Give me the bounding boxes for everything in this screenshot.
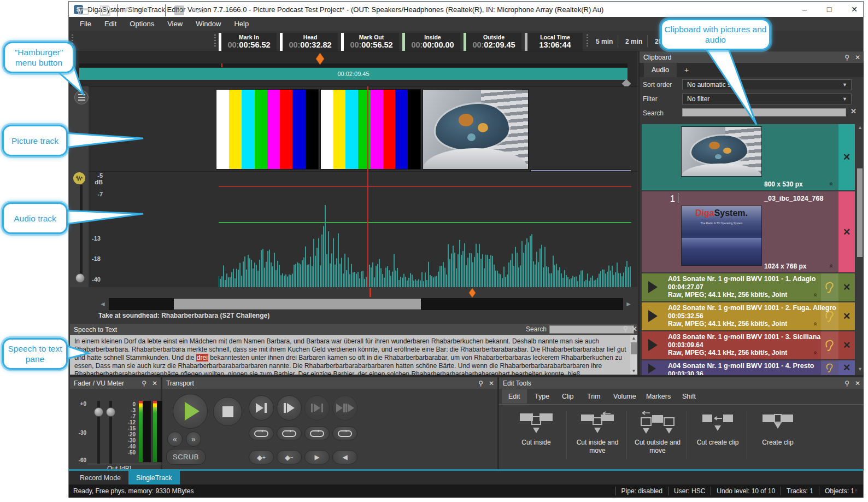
- marker-next-button[interactable]: ▶: [304, 450, 330, 464]
- edit-tools-pin-icon[interactable]: ⚲: [844, 380, 849, 387]
- track-gain-slider[interactable]: [80, 185, 83, 281]
- play-icon[interactable]: [648, 310, 658, 322]
- edit-tools-tab-shift[interactable]: Shift: [676, 389, 702, 404]
- timecode-head[interactable]: Head 00:00:32.82: [280, 33, 338, 51]
- preview-ear-icon[interactable]: [821, 273, 838, 301]
- marker-prev-button[interactable]: ◀: [332, 450, 357, 464]
- stop-button[interactable]: [213, 397, 242, 426]
- play-icon[interactable]: [648, 364, 656, 373]
- transport-pin-icon[interactable]: ⚲: [478, 380, 483, 387]
- clipboard-picture-item-lizard[interactable]: 800 x 530 px »: [642, 124, 855, 190]
- picture-clip-lizard[interactable]: [423, 89, 529, 170]
- transport-close-icon[interactable]: ✕: [489, 380, 494, 387]
- tool-cut-inside-move[interactable]: Cut inside and move: [568, 411, 626, 455]
- rewind-button[interactable]: «: [167, 431, 183, 447]
- filter-dropdown[interactable]: No filter▼: [682, 94, 852, 104]
- scroll-left-icon[interactable]: ◄: [99, 300, 106, 308]
- play-icon[interactable]: [648, 339, 658, 351]
- collapse-chevrons-icon[interactable]: »: [811, 322, 819, 326]
- edit-tools-tab-volume[interactable]: Volume: [607, 389, 643, 404]
- zoom-5min-button[interactable]: 5 min: [590, 34, 618, 49]
- edit-tools-tab-clip[interactable]: Clip: [555, 389, 580, 404]
- speech-search-input[interactable]: [549, 325, 634, 334]
- clipboard-tab-add[interactable]: +: [677, 63, 696, 77]
- menu-help[interactable]: Help: [227, 18, 255, 30]
- edit-tools-close-icon[interactable]: ✕: [855, 380, 860, 387]
- clipboard-audio-item-a03[interactable]: A03 Sonate Nr. 1 g-moll BWV 1001 - 3. Si…: [642, 331, 855, 359]
- zoom-2min-button[interactable]: 2 min: [620, 34, 648, 49]
- remove-item-button[interactable]: ✕: [838, 273, 855, 301]
- collapse-chevrons-icon[interactable]: »: [811, 293, 819, 297]
- timecode-mark-out[interactable]: Mark Out 00:00:56.52: [341, 33, 399, 51]
- preview-ear-icon[interactable]: [821, 302, 838, 330]
- menu-options[interactable]: Options: [123, 18, 161, 30]
- clipboard-search-input[interactable]: [682, 108, 846, 116]
- undo-icon[interactable]: ↶▾: [122, 4, 136, 16]
- fader-close-icon[interactable]: ✕: [152, 380, 157, 387]
- play-around-mark-button[interactable]: [332, 395, 357, 421]
- clipboard-tab-audio[interactable]: Audio: [644, 63, 677, 77]
- speech-transcript[interactable]: In einem kleinen Dorf da lebte einst ein…: [70, 335, 637, 375]
- clipboard-scroll-up-icon[interactable]: ▲: [858, 125, 863, 130]
- loop-all-button[interactable]: [332, 427, 357, 440]
- tab-singletrack[interactable]: SingleTrack: [128, 471, 180, 485]
- title-bar[interactable]: S DigaSystem SingleTrack Editor Version …: [69, 2, 863, 17]
- remove-item-button[interactable]: ✕: [838, 360, 855, 375]
- resize-grip[interactable]: ⠿: [854, 488, 862, 494]
- tool-cut-create-clip[interactable]: Cut create clip: [689, 411, 747, 447]
- marker-remove-button[interactable]: ◆−: [277, 450, 302, 464]
- clipboard-picture-item-diga[interactable]: 1 _03_ibc_1024_768 DigaSystem. The Radio…: [642, 191, 855, 272]
- overview-playhead-marker[interactable]: [316, 53, 324, 67]
- picture-thumbnail[interactable]: DigaSystem. The Radio & TV Operating Sys…: [681, 206, 762, 266]
- speech-scrollbar[interactable]: ▲ ▼: [630, 335, 637, 375]
- timecode-inside[interactable]: Inside 00:00:00.00: [402, 33, 460, 51]
- open-folder-icon[interactable]: [78, 4, 91, 16]
- collapse-chevrons-icon[interactable]: »: [811, 351, 819, 355]
- collapse-chevrons-icon[interactable]: »: [826, 182, 835, 186]
- hamburger-menu-button[interactable]: [74, 90, 89, 104]
- audio-track-icon[interactable]: [73, 172, 85, 184]
- clipboard-audio-item-a02[interactable]: A02 Sonate Nr. 1 g-moll BWV 1001 - 2. Fu…: [642, 302, 855, 330]
- edit-tools-tab-type[interactable]: Type: [528, 389, 556, 404]
- tool-cut-inside[interactable]: Cut inside: [507, 411, 565, 447]
- menu-edit[interactable]: Edit: [98, 18, 123, 30]
- audio-waveform[interactable]: [219, 172, 631, 287]
- timeline-minimap[interactable]: [79, 63, 627, 67]
- clipboard-audio-item-a01[interactable]: A01 Sonate Nr. 1 g-moll BWV 1001 - 1. Ad…: [642, 273, 855, 301]
- timecode-local-time[interactable]: Local Time 13:06:44: [525, 33, 583, 51]
- track-gain-knob[interactable]: [75, 273, 85, 283]
- fader-pin-icon[interactable]: ⚲: [142, 380, 146, 387]
- save-icon[interactable]: [98, 4, 112, 16]
- waveform-tool-icon[interactable]: [192, 4, 206, 16]
- remove-item-button[interactable]: ✕: [838, 191, 855, 272]
- play-button[interactable]: [173, 394, 208, 429]
- clipboard-pin-icon[interactable]: ⚲: [844, 54, 849, 61]
- timecode-mark-in[interactable]: Mark In 00:00:56.52: [219, 33, 277, 51]
- scroll-right-icon[interactable]: ►: [625, 300, 632, 308]
- horizontal-scrollbar-thumb[interactable]: [174, 299, 421, 310]
- remove-item-button[interactable]: ✕: [838, 331, 855, 359]
- menu-window[interactable]: Window: [189, 18, 227, 30]
- minimize-button[interactable]: –: [793, 2, 817, 17]
- clipboard-scrollbar-thumb[interactable]: [857, 168, 863, 257]
- play-from-mark-button[interactable]: [277, 395, 302, 421]
- fader-left-knob[interactable]: [94, 407, 103, 417]
- edit-tools-tab-markers[interactable]: Markers: [640, 389, 677, 404]
- tool-cut-outside-move[interactable]: Cut outside and move: [629, 411, 687, 455]
- play-to-mark-button[interactable]: [249, 395, 274, 421]
- clipboard-close-icon[interactable]: ✕: [855, 54, 860, 61]
- preview-ear-icon[interactable]: [821, 360, 838, 375]
- close-button[interactable]: ✕: [842, 2, 866, 17]
- redo-icon[interactable]: ↷▾: [144, 4, 157, 16]
- menu-file[interactable]: File: [73, 18, 98, 30]
- remove-item-button[interactable]: ✕: [838, 124, 855, 190]
- picture-clip-colorbars-2[interactable]: [320, 89, 421, 170]
- collapse-chevrons-icon[interactable]: »: [826, 264, 835, 268]
- speech-close-icon[interactable]: ✕: [631, 325, 637, 333]
- picture-clip-colorbars-1[interactable]: [216, 89, 319, 170]
- clipboard-scroll-down-icon[interactable]: ▼: [858, 366, 863, 372]
- scrub-button[interactable]: SCRUB: [166, 449, 206, 465]
- marker-add-button[interactable]: ◆+: [249, 450, 274, 464]
- timecode-outside[interactable]: Outside 00:02:09.45: [464, 33, 521, 51]
- loop-outside-button[interactable]: [277, 427, 302, 440]
